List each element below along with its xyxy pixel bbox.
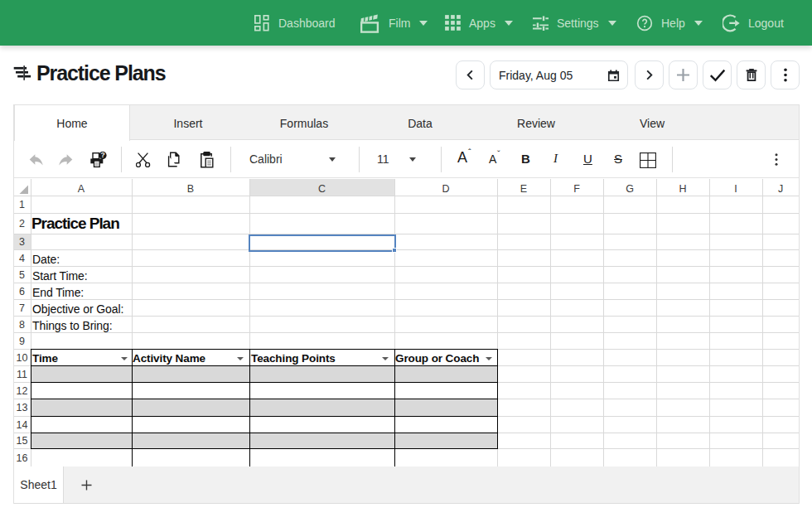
svg-text:?: ? xyxy=(100,152,104,159)
